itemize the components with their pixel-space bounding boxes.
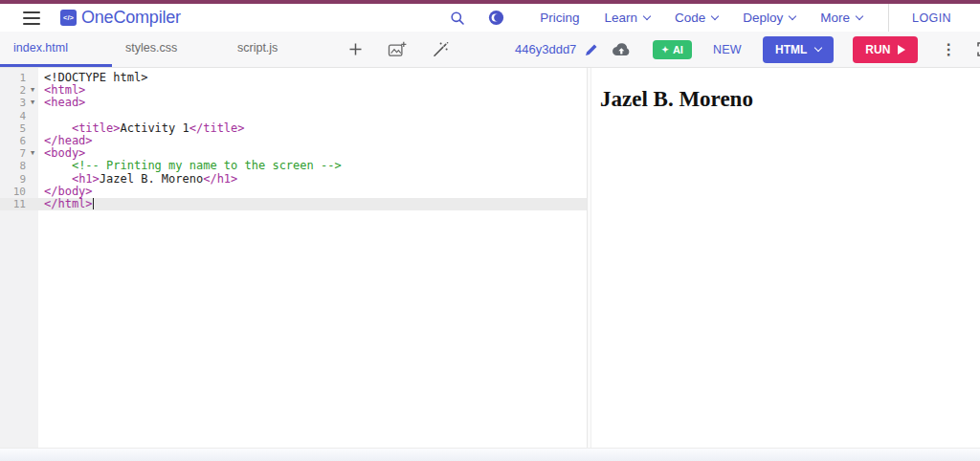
line-gutter: 11 bbox=[0, 198, 38, 210]
nav-item-more[interactable]: More bbox=[820, 11, 862, 25]
format-code-button[interactable] bbox=[419, 32, 461, 67]
fold-spacer bbox=[27, 122, 38, 135]
line-number: 3 bbox=[0, 97, 27, 109]
line-number: 4 bbox=[0, 110, 27, 122]
editor-toolbar: index.html styles.css script.js 446y3ddd… bbox=[0, 32, 980, 68]
play-icon bbox=[898, 45, 905, 55]
nav-label: Learn bbox=[604, 11, 637, 25]
code-lines: 1<!DOCTYPE html>2▼<html>3▼<head>45 <titl… bbox=[0, 72, 587, 210]
add-image-button[interactable] bbox=[375, 32, 419, 67]
edit-project-name-button[interactable] bbox=[585, 43, 598, 56]
line-gutter: 2▼ bbox=[0, 84, 38, 97]
cloud-upload-icon bbox=[610, 42, 632, 57]
tab-script-js[interactable]: script.js bbox=[224, 32, 336, 67]
tab-styles-css[interactable]: styles.css bbox=[112, 32, 224, 67]
logo-text: OneCompiler bbox=[81, 8, 181, 28]
line-gutter: 4 bbox=[0, 110, 38, 122]
line-number: 2 bbox=[0, 84, 27, 97]
file-tabs: index.html styles.css script.js bbox=[0, 32, 336, 67]
nav-item-learn[interactable]: Learn bbox=[604, 11, 650, 25]
fold-arrow-icon[interactable]: ▼ bbox=[27, 84, 38, 97]
logo[interactable]: </> OneCompiler bbox=[60, 8, 181, 28]
run-label: RUN bbox=[865, 43, 890, 56]
nav-label: Pricing bbox=[540, 11, 579, 25]
plus-icon bbox=[348, 42, 363, 56]
ai-badge[interactable]: ✦ AI bbox=[653, 40, 692, 59]
fold-spacer bbox=[27, 72, 38, 84]
preview-heading: Jazel B. Moreno bbox=[591, 87, 980, 112]
theme-toggle-icon[interactable] bbox=[488, 10, 504, 26]
chevron-down-icon bbox=[711, 12, 719, 20]
code-line[interactable]: 1<!DOCTYPE html> bbox=[0, 72, 587, 84]
onecompiler-app: </> OneCompiler Pricing Learn Code Deplo… bbox=[0, 0, 980, 461]
line-number: 8 bbox=[0, 160, 27, 172]
code-line[interactable]: 2▼<html> bbox=[0, 84, 587, 97]
line-number: 1 bbox=[0, 72, 27, 84]
nav-item-code[interactable]: Code bbox=[675, 11, 718, 25]
line-number: 11 bbox=[0, 198, 27, 210]
save-cloud-button[interactable] bbox=[598, 42, 643, 57]
navbar-links: Pricing Learn Code Deploy More LOGIN bbox=[450, 4, 980, 32]
magic-wand-icon bbox=[432, 41, 449, 58]
line-number: 10 bbox=[0, 186, 27, 198]
run-button[interactable]: RUN bbox=[853, 36, 918, 63]
chevron-down-icon bbox=[814, 44, 822, 52]
logo-code-icon: </> bbox=[60, 10, 77, 26]
code-line[interactable]: 11</html> bbox=[0, 198, 587, 210]
login-button[interactable]: LOGIN bbox=[912, 11, 951, 25]
line-gutter: 10 bbox=[0, 186, 38, 198]
nav-item-deploy[interactable]: Deploy bbox=[743, 11, 795, 25]
nav-divider bbox=[888, 4, 889, 32]
fold-spacer bbox=[27, 135, 38, 147]
image-plus-icon bbox=[388, 41, 407, 58]
project-name: 446y3ddd7 bbox=[515, 42, 598, 56]
fold-spacer bbox=[27, 173, 38, 186]
line-gutter: 7▼ bbox=[0, 147, 38, 160]
code-line[interactable]: 3▼<head> bbox=[0, 97, 587, 109]
hamburger-menu-icon[interactable] bbox=[23, 11, 40, 25]
fold-spacer bbox=[27, 198, 38, 210]
project-id: 446y3ddd7 bbox=[515, 42, 576, 56]
line-gutter: 8 bbox=[0, 160, 38, 172]
tab-index-html[interactable]: index.html bbox=[0, 32, 112, 67]
language-label: HTML bbox=[775, 43, 807, 56]
line-gutter: 1 bbox=[0, 72, 38, 84]
line-gutter: 3▼ bbox=[0, 97, 38, 109]
pencil-icon bbox=[585, 43, 598, 56]
fold-spacer bbox=[27, 160, 38, 172]
line-gutter: 5 bbox=[0, 122, 38, 135]
nav-label: More bbox=[820, 11, 850, 25]
language-select-button[interactable]: HTML bbox=[763, 36, 834, 63]
fullscreen-button[interactable] bbox=[969, 42, 980, 56]
nav-label: Code bbox=[675, 11, 705, 25]
add-file-button[interactable] bbox=[336, 32, 375, 67]
fold-arrow-icon[interactable]: ▼ bbox=[27, 147, 38, 160]
chevron-down-icon bbox=[643, 12, 651, 20]
navbar: </> OneCompiler Pricing Learn Code Deplo… bbox=[0, 4, 980, 32]
fold-spacer bbox=[27, 186, 38, 198]
fold-spacer bbox=[27, 110, 38, 122]
toolbar-actions: ✦ AI NEW HTML RUN ⋮ bbox=[598, 36, 980, 63]
new-project-link[interactable]: NEW bbox=[713, 43, 742, 56]
preview-pane: Jazel B. Moreno bbox=[591, 68, 980, 448]
chevron-down-icon bbox=[856, 12, 863, 20]
line-gutter: 9 bbox=[0, 173, 38, 186]
fold-arrow-icon[interactable]: ▼ bbox=[27, 97, 38, 109]
chevron-down-icon bbox=[789, 12, 796, 20]
line-number: 7 bbox=[0, 147, 27, 160]
sparkle-icon: ✦ bbox=[661, 45, 669, 55]
code-editor-pane[interactable]: 1<!DOCTYPE html>2▼<html>3▼<head>45 <titl… bbox=[0, 68, 587, 448]
line-number: 9 bbox=[0, 173, 27, 186]
ai-label: AI bbox=[673, 44, 683, 55]
more-options-icon[interactable]: ⋮ bbox=[927, 40, 969, 58]
text-cursor bbox=[93, 198, 95, 209]
line-gutter: 6 bbox=[0, 135, 38, 147]
code-line[interactable]: 6</head> bbox=[0, 135, 587, 147]
nav-item-pricing[interactable]: Pricing bbox=[540, 11, 579, 25]
code-text: <head> bbox=[38, 97, 85, 109]
workspace: 1<!DOCTYPE html>2▼<html>3▼<head>45 <titl… bbox=[0, 68, 980, 448]
line-number: 5 bbox=[0, 122, 27, 135]
line-number: 6 bbox=[0, 135, 27, 147]
code-text: </html> bbox=[38, 198, 94, 210]
search-icon[interactable] bbox=[450, 11, 465, 26]
